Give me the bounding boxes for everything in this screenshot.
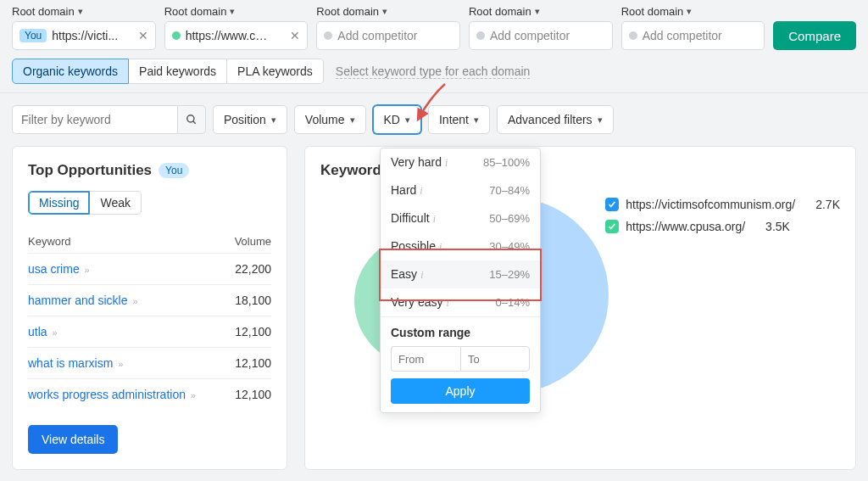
root-domain-dropdown-4[interactable]: Root domain ▾: [469, 5, 613, 18]
close-icon[interactable]: ✕: [138, 29, 148, 42]
domain-input-you[interactable]: You https://victi... ✕: [12, 21, 156, 50]
keyword-link[interactable]: usa crime: [28, 262, 80, 276]
info-icon: i: [420, 269, 423, 281]
svg-point-0: [187, 115, 194, 122]
domain-input-empty[interactable]: Add competitor: [316, 21, 460, 50]
info-icon: i: [433, 213, 436, 225]
table-row: utla » 12,100: [28, 316, 271, 348]
kd-dropdown: Very hardi85–100% Hardi70–84% Difficulti…: [380, 148, 541, 413]
checkbox-blue[interactable]: [605, 198, 619, 211]
kd-option-hard[interactable]: Hardi70–84%: [381, 176, 540, 204]
kd-option-easy[interactable]: Easyi15–29%: [381, 260, 540, 288]
col-keyword: Keyword: [28, 230, 220, 254]
legend-count: 2.7K: [815, 198, 840, 211]
tab-organic-keywords[interactable]: Organic keywords: [12, 59, 129, 84]
dot-icon: [324, 31, 332, 40]
legend-row: https://victimsofcommunism.org/ 2.7K: [605, 198, 840, 211]
kd-option-possible[interactable]: Possiblei30–49%: [381, 232, 540, 260]
chevron-right-icon: »: [118, 359, 123, 369]
search-button[interactable]: [177, 105, 206, 134]
dot-icon: [172, 31, 181, 40]
root-domain-dropdown-3[interactable]: Root domain ▾: [316, 5, 460, 18]
kd-option-very-easy[interactable]: Very easyi0–14%: [381, 288, 540, 316]
volume-cell: 12,100: [220, 379, 271, 411]
col-volume: Volume: [220, 230, 271, 254]
kd-option-difficult[interactable]: Difficulti50–69%: [381, 204, 540, 232]
you-badge: You: [19, 29, 47, 42]
tab-paid-keywords[interactable]: Paid keywords: [129, 59, 227, 84]
info-icon: i: [446, 297, 448, 309]
svg-line-1: [193, 121, 196, 124]
overlap-legend: https://victimsofcommunism.org/ 2.7K htt…: [605, 198, 840, 242]
you-pill: You: [159, 163, 189, 178]
advanced-filters[interactable]: Advanced filters▾: [497, 105, 614, 134]
root-domain-dropdown-1[interactable]: Root domain ▾: [12, 5, 156, 18]
volume-cell: 12,100: [220, 348, 271, 379]
compare-button[interactable]: Compare: [773, 21, 856, 50]
root-domain-dropdown-2[interactable]: Root domain ▾: [164, 5, 309, 18]
chevron-right-icon: »: [191, 390, 196, 400]
keyword-filter-input[interactable]: [12, 105, 177, 134]
domain-input-empty[interactable]: Add competitor: [469, 21, 613, 50]
info-icon: i: [445, 157, 448, 169]
keyword-link[interactable]: utla: [28, 325, 47, 338]
volume-filter[interactable]: Volume▾: [294, 105, 366, 134]
domain-input-comp1[interactable]: https://www.cpu... ✕: [164, 21, 309, 50]
toggle-weak[interactable]: Weak: [90, 191, 142, 215]
keyword-link[interactable]: works progress administration: [28, 388, 186, 401]
table-row: usa crime » 22,200: [28, 254, 271, 285]
volume-cell: 12,100: [220, 316, 271, 348]
domain-url-text: https://victi...: [52, 29, 118, 42]
legend-count: 3.5K: [765, 220, 790, 233]
search-icon: [186, 114, 198, 126]
legend-url: https://www.cpusa.org/: [626, 220, 745, 233]
close-icon[interactable]: ✕: [290, 29, 300, 42]
intent-filter[interactable]: Intent▾: [428, 105, 490, 134]
legend-url: https://victimsofcommunism.org/: [626, 198, 795, 211]
toggle-missing[interactable]: Missing: [28, 191, 90, 215]
chevron-right-icon: »: [132, 296, 137, 306]
chevron-right-icon: »: [85, 265, 90, 275]
domain-url-text: https://www.cpu...: [186, 29, 270, 42]
keyword-link[interactable]: what is marxism: [28, 356, 113, 370]
volume-cell: 18,100: [220, 285, 271, 316]
chevron-right-icon: »: [52, 327, 57, 338]
domain-input-empty[interactable]: Add competitor: [621, 21, 765, 50]
kd-custom-range-title: Custom range: [391, 326, 530, 339]
view-details-button[interactable]: View details: [28, 425, 118, 454]
info-icon: i: [439, 241, 442, 253]
kd-apply-button[interactable]: Apply: [391, 378, 530, 404]
top-opportunities-panel: Top Opportunities You Missing Weak Keywo…: [12, 146, 287, 470]
dot-icon: [476, 31, 485, 40]
root-domain-dropdown-5[interactable]: Root domain ▾: [621, 5, 765, 18]
volume-cell: 22,200: [220, 254, 271, 285]
kw-type-hint: Select keyword type for each domain: [336, 64, 531, 79]
checkbox-green[interactable]: [605, 220, 619, 233]
table-row: works progress administration » 12,100: [28, 379, 271, 411]
legend-row: https://www.cpusa.org/ 3.5K: [605, 220, 840, 233]
kd-to-input[interactable]: [460, 346, 530, 372]
tab-pla-keywords[interactable]: PLA keywords: [227, 59, 324, 84]
table-row: what is marxism » 12,100: [28, 348, 271, 379]
kd-filter[interactable]: KD▾: [373, 105, 421, 134]
position-filter[interactable]: Position▾: [213, 105, 287, 134]
dot-icon: [629, 31, 637, 40]
kd-from-input[interactable]: [391, 346, 460, 372]
table-row: hammer and sickle » 18,100: [28, 285, 271, 316]
kd-option-very-hard[interactable]: Very hardi85–100%: [381, 148, 540, 176]
info-icon: i: [420, 185, 422, 197]
keyword-link[interactable]: hammer and sickle: [28, 294, 128, 307]
top-opportunities-title: Top Opportunities: [28, 162, 152, 179]
